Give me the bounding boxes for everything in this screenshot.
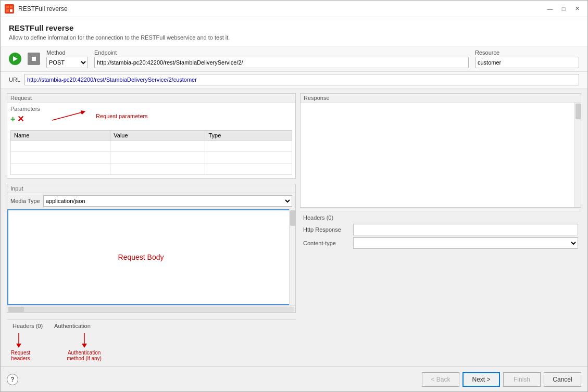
endpoint-group: Endpoint — [94, 49, 469, 68]
maximize-button[interactable]: □ — [557, 4, 570, 14]
svg-line-6 — [52, 112, 83, 120]
add-param-button[interactable]: + — [10, 115, 15, 124]
response-body — [301, 103, 581, 207]
resource-input[interactable] — [475, 57, 579, 68]
svg-marker-4 — [13, 56, 18, 61]
app-icon — [5, 4, 14, 14]
endpoint-label: Endpoint — [94, 49, 469, 56]
stop-button[interactable] — [28, 53, 40, 65]
col-type: Type — [205, 131, 292, 141]
auth-annotation: Authenticationmethod (if any) — [67, 333, 102, 362]
content-type-label: Content-type — [303, 240, 350, 246]
method-group: Method POST GET PUT DELETE PATCH — [46, 49, 88, 68]
http-response-input[interactable] — [353, 224, 578, 235]
svg-rect-3 — [10, 9, 12, 12]
request-body-area: Request Body — [7, 209, 295, 305]
content-type-row: Content-type application/json applicatio… — [303, 237, 578, 249]
svg-rect-5 — [32, 57, 36, 61]
input-section-title: Input — [7, 184, 295, 193]
body-scrollbar[interactable] — [289, 209, 295, 305]
bottom-bar: ? < Back Next > Finish Cancel — [1, 366, 587, 391]
url-bar: URL — [1, 72, 587, 89]
svg-marker-8 — [16, 344, 21, 348]
response-headers-title: Headers (0) — [303, 214, 578, 221]
nav-buttons: < Back Next > Finish Cancel — [422, 372, 581, 387]
media-type-label: Media Type — [10, 198, 40, 204]
endpoint-input[interactable] — [94, 57, 469, 68]
request-section-title: Request — [7, 94, 295, 103]
next-button[interactable]: Next > — [462, 372, 500, 387]
http-response-label: Http Response — [303, 226, 350, 233]
delete-param-button[interactable]: ✕ — [17, 114, 24, 124]
input-section: Input Media Type application/json applic… — [7, 184, 296, 313]
h-scroll-track — [8, 307, 294, 312]
h-scroll-thumb — [8, 307, 24, 312]
title-bar-left: RESTFull reverse — [5, 4, 68, 14]
svg-rect-0 — [6, 6, 9, 8]
request-body-textarea[interactable] — [7, 209, 295, 305]
response-scrollbar[interactable] — [574, 103, 581, 207]
cancel-button[interactable]: Cancel — [544, 372, 581, 387]
back-button[interactable]: < Back — [422, 372, 459, 387]
method-label: Method — [46, 49, 88, 56]
url-input[interactable] — [24, 74, 579, 85]
svg-rect-1 — [10, 6, 12, 8]
header: RESTFull reverse Allow to define informa… — [1, 17, 587, 46]
col-value: Value — [110, 131, 205, 141]
svg-rect-2 — [6, 9, 9, 12]
table-row — [11, 141, 292, 152]
window-title: RESTFull reverse — [18, 5, 68, 12]
tab-authentication[interactable]: Authentication — [48, 321, 96, 331]
left-panel: Request Parameters + ✕ — [7, 93, 296, 362]
resource-label: Resource — [475, 49, 579, 56]
bottom-annotations: Requestheaders Authenticationmethod (if … — [7, 331, 296, 362]
page-title: RESTFull reverse — [9, 23, 579, 32]
horizontal-scrollbar[interactable] — [7, 305, 295, 312]
page-subtitle: Allow to define information for the conn… — [9, 34, 579, 41]
close-button[interactable]: ✕ — [571, 4, 583, 14]
method-select[interactable]: POST GET PUT DELETE PATCH — [46, 57, 88, 68]
headers-annotation: Requestheaders — [11, 333, 30, 362]
run-button[interactable] — [9, 53, 21, 65]
response-section: Response — [300, 93, 581, 208]
window-controls: — □ ✕ — [544, 4, 583, 14]
main-content: Request Parameters + ✕ — [1, 89, 587, 366]
media-type-select[interactable]: application/json application/xml text/pl… — [43, 195, 292, 207]
http-response-row: Http Response — [303, 224, 578, 235]
headers-annotation-text: Requestheaders — [11, 350, 30, 361]
right-panel: Response Headers (0) Http Response Conte… — [300, 93, 581, 362]
response-title: Response — [301, 94, 581, 103]
params-table: Name Value Type — [10, 130, 292, 175]
tab-headers[interactable]: Headers (0) — [7, 321, 48, 331]
params-toolbar: + ✕ — [10, 114, 24, 124]
request-params-annotation: Request parameters — [52, 110, 148, 122]
finish-button[interactable]: Finish — [503, 372, 541, 387]
toolbar: Method POST GET PUT DELETE PATCH Endpoin… — [1, 46, 587, 72]
content-type-select[interactable]: application/json application/xml text/pl… — [353, 237, 578, 249]
svg-marker-10 — [82, 344, 87, 348]
request-section: Request Parameters + ✕ — [7, 93, 296, 179]
media-type-row: Media Type application/json application/… — [7, 193, 295, 209]
request-params-label: Request parameters — [96, 113, 148, 119]
minimize-button[interactable]: — — [544, 4, 556, 14]
table-row — [11, 152, 292, 163]
params-box: Parameters + ✕ Reque — [7, 103, 295, 178]
table-row — [11, 163, 292, 175]
main-window: RESTFull reverse — □ ✕ RESTFull reverse … — [0, 0, 588, 392]
auth-annotation-text: Authenticationmethod (if any) — [67, 350, 102, 361]
title-bar: RESTFull reverse — □ ✕ — [1, 1, 587, 17]
response-bottom: Headers (0) Http Response Content-type a… — [300, 211, 581, 252]
tabs-and-annotations: Headers (0) Authentication Requestheader… — [7, 317, 296, 362]
resource-group: Resource — [475, 49, 579, 68]
col-name: Name — [11, 131, 110, 141]
tabs-row: Headers (0) Authentication — [7, 319, 296, 331]
help-button[interactable]: ? — [7, 374, 18, 385]
url-label: URL — [9, 77, 20, 83]
